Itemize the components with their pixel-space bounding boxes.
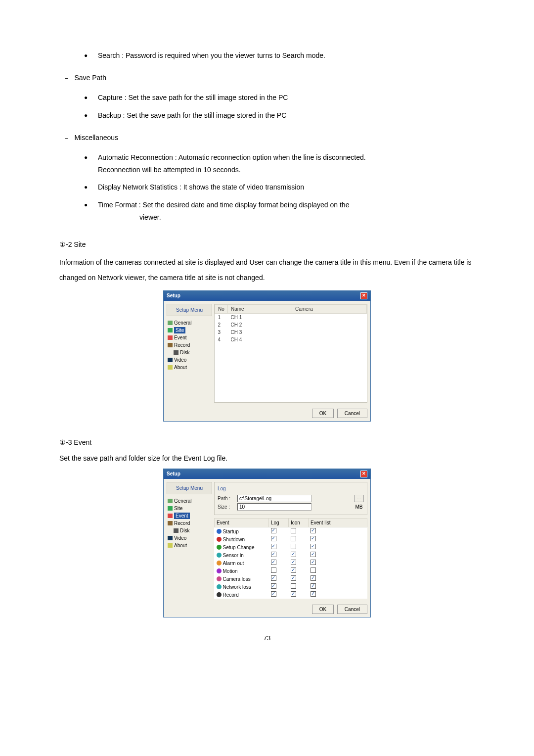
tree-label: About (174, 542, 187, 549)
size-input[interactable] (237, 503, 312, 511)
cancel-button[interactable]: Cancel (337, 605, 367, 614)
eventlist-checkbox[interactable] (311, 567, 316, 573)
col-event: Event (215, 519, 269, 527)
log-checkbox[interactable] (271, 567, 276, 573)
eventlist-checkbox[interactable] (311, 544, 316, 549)
bullet-search: Search : Password is required when you t… (84, 49, 475, 62)
table-row[interactable]: 4CH 4 (215, 336, 367, 343)
close-icon[interactable]: ✕ (360, 292, 367, 299)
intro-bullets: Search : Password is required when you t… (84, 49, 475, 62)
table-row: Alarm out (215, 559, 367, 567)
eventlist-checkbox[interactable] (311, 575, 316, 581)
table-row: Startup (215, 527, 367, 536)
col-icon: Icon (289, 519, 309, 527)
log-label: Log (218, 485, 364, 492)
tree-label: Record (174, 520, 190, 526)
general-icon (168, 499, 173, 503)
event-type-icon (217, 561, 222, 566)
heading-misc: Miscellaneous (64, 132, 475, 144)
tree-site[interactable]: Site (168, 505, 212, 512)
icon-checkbox[interactable] (291, 544, 296, 549)
icon-checkbox[interactable] (291, 560, 296, 565)
tree-record[interactable]: Record (168, 341, 212, 349)
log-checkbox[interactable] (271, 583, 276, 589)
time-text-2: viewer. (98, 211, 475, 224)
icon-checkbox[interactable] (291, 575, 296, 581)
event-icon (168, 335, 173, 340)
tree-video[interactable]: Video (168, 356, 212, 364)
eventlist-checkbox[interactable] (311, 591, 316, 597)
icon-checkbox[interactable] (291, 591, 296, 597)
tree-disk[interactable]: Disk (168, 349, 212, 356)
ok-button[interactable]: OK (312, 409, 334, 418)
bullet-capture: Capture : Set the save path for the stil… (84, 92, 475, 104)
setup-dialog-site: Setup ✕ Setup Menu General Site Event Re… (163, 290, 371, 422)
tree-disk[interactable]: Disk (168, 527, 212, 534)
event-name: Network loss (223, 584, 251, 590)
path-input[interactable] (237, 495, 312, 502)
log-checkbox[interactable] (271, 528, 276, 533)
log-checkbox[interactable] (271, 552, 276, 557)
video-icon (168, 358, 173, 362)
tree-about[interactable]: About (168, 542, 212, 549)
event-name: Shutdown (223, 536, 245, 543)
setup-dialog-event: Setup ✕ Setup Menu General Site Event Re… (163, 469, 371, 617)
bullet-auto: Automatic Reconnection : Automatic recon… (84, 151, 475, 176)
eventlist-checkbox[interactable] (311, 583, 316, 589)
table-row: Shutdown (215, 535, 367, 543)
dialog-title: Setup (167, 292, 180, 299)
tree-event[interactable]: Event (168, 512, 212, 520)
log-checkbox[interactable] (271, 575, 276, 581)
auto-text-2: Reconnection will be attempted in 10 sec… (98, 166, 241, 174)
event-name: Sensor in (223, 552, 244, 559)
eventlist-checkbox[interactable] (311, 552, 316, 557)
event-type-icon (217, 576, 222, 581)
table-row[interactable]: 2CH 2 (215, 321, 367, 329)
path-label: Path : (218, 495, 234, 502)
tree-general[interactable]: General (168, 319, 212, 327)
tree-about[interactable]: About (168, 364, 212, 371)
table-row[interactable]: 1CH 1 (215, 313, 367, 321)
tree-label: Site (174, 505, 182, 512)
eventlist-checkbox[interactable] (311, 560, 316, 565)
menu-tree: General Site Event Record Disk Video Abo… (167, 319, 212, 371)
icon-checkbox[interactable] (291, 528, 296, 533)
mb-label: MB (354, 504, 364, 510)
table-row: Sensor in (215, 551, 367, 559)
ok-button[interactable]: OK (312, 605, 334, 614)
log-group: Log Path : ... Size : MB (214, 482, 367, 515)
close-icon[interactable]: ✕ (360, 471, 367, 477)
eventlist-checkbox[interactable] (311, 528, 316, 533)
log-checkbox[interactable] (271, 544, 276, 549)
col-camera: Camera (292, 304, 367, 313)
bullet-display: Display Network Statistics : It shows th… (84, 181, 475, 193)
table-row[interactable]: 3CH 3 (215, 329, 367, 336)
cancel-button[interactable]: Cancel (337, 409, 367, 418)
tree-video[interactable]: Video (168, 534, 212, 542)
tree-record[interactable]: Record (168, 520, 212, 527)
log-checkbox[interactable] (271, 591, 276, 597)
page-number: 73 (59, 632, 475, 644)
disk-icon (174, 528, 178, 533)
event-table: Event Log Icon Event list StartupShutdow… (214, 518, 367, 599)
browse-button[interactable]: ... (354, 495, 364, 502)
eventlist-checkbox[interactable] (311, 536, 316, 541)
menu-tree-2: General Site Event Record Disk Video Abo… (167, 497, 212, 549)
icon-checkbox[interactable] (291, 536, 296, 541)
tree-site[interactable]: Site (168, 327, 212, 334)
table-row: Network loss (215, 583, 367, 591)
tree-label: Disk (180, 527, 189, 534)
size-label: Size : (218, 504, 234, 510)
video-icon (168, 536, 173, 540)
record-icon (168, 521, 173, 525)
log-checkbox[interactable] (271, 560, 276, 565)
tree-general[interactable]: General (168, 497, 212, 505)
log-checkbox[interactable] (271, 536, 276, 541)
tree-event[interactable]: Event (168, 334, 212, 341)
event-para: Set the save path and folder size for th… (59, 453, 475, 464)
icon-checkbox[interactable] (291, 583, 296, 589)
icon-checkbox[interactable] (291, 552, 296, 557)
tree-label: Event (174, 513, 190, 519)
icon-checkbox[interactable] (291, 567, 296, 573)
dialog-title-2: Setup (167, 471, 180, 477)
